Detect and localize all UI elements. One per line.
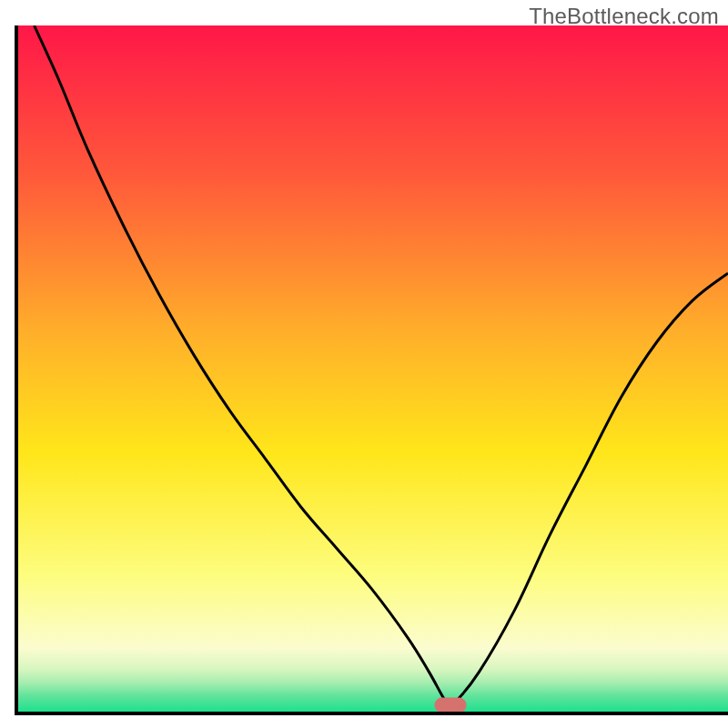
optimal-point-marker [434,698,466,713]
chart-background-gradient [16,25,728,713]
watermark-text: TheBottleneck.com [529,4,719,29]
bottleneck-chart [0,0,728,728]
chart-container: TheBottleneck.com [0,0,728,728]
